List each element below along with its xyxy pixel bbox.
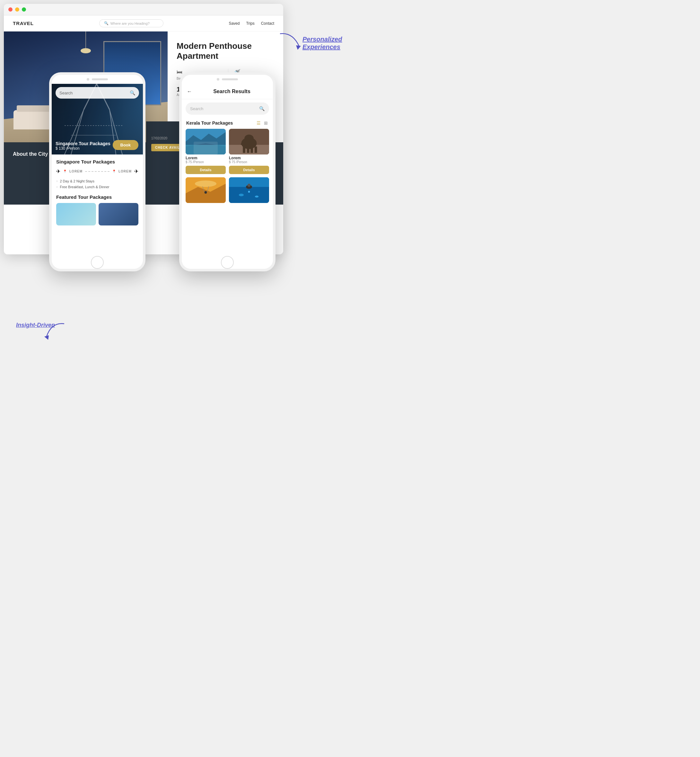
grid-view-button[interactable]: ⊞ — [263, 120, 269, 126]
p1-search-text: Search — [59, 91, 127, 95]
home-button-right[interactable] — [221, 256, 234, 269]
phone-right: ← Search Results Search 🔍 Kerala Tour Pa… — [179, 72, 275, 271]
svg-rect-17 — [243, 147, 245, 153]
book-button[interactable]: Book — [113, 140, 139, 150]
dive-scene-svg — [229, 177, 269, 203]
travel-nav: TRAVEL 🔍 Where are you Heading? Saved Tr… — [4, 16, 283, 31]
list-view-button[interactable]: ☰ — [256, 120, 261, 126]
card-2-name: Lorem — [229, 156, 269, 160]
p2-section-header: Kerala Tour Packages ☰ ⊞ — [182, 118, 273, 129]
tour-hero-image: Search 🔍 Singapore Tour Packages $ 130 /… — [52, 84, 143, 155]
annotation-arrow-right-svg — [277, 31, 303, 56]
svg-rect-18 — [247, 147, 250, 153]
svg-rect-20 — [255, 147, 257, 153]
search-icon: 🔍 — [104, 21, 109, 25]
hero-title: Modern Penthouse Apartment — [177, 41, 274, 61]
maximize-button[interactable] — [22, 7, 26, 12]
annotation-arrow-left-svg — [42, 321, 67, 346]
nav-search-input[interactable]: 🔍 Where are you Heading? — [99, 19, 163, 27]
p1-search-icon: 🔍 — [130, 90, 135, 95]
svg-point-23 — [195, 180, 216, 187]
nav-contact[interactable]: Contact — [261, 21, 274, 26]
p1-search-bar[interactable]: Search 🔍 — [56, 87, 139, 99]
feature-item-1: 2 Day & 2 Night Stays — [56, 178, 138, 184]
elephant-scene-svg — [229, 129, 269, 155]
svg-point-31 — [248, 191, 250, 193]
p2-search-icon: 🔍 — [259, 106, 265, 111]
tour-card-1-image — [186, 129, 226, 155]
p2-search-placeholder: Search — [190, 106, 256, 111]
svg-point-30 — [255, 196, 259, 197]
featured-card-1[interactable] — [56, 203, 96, 225]
tour-card-2-image — [229, 129, 269, 155]
p1-to-label: LOREM — [119, 170, 132, 173]
minimize-button[interactable] — [15, 7, 19, 12]
p1-from-label: LOREM — [69, 170, 83, 173]
card-1-price: $ 75 /Person — [186, 160, 226, 164]
p1-route: ✈ 📍 LOREM 📍 LOREM ✈ — [56, 168, 138, 174]
phone-left-screen: Search 🔍 Singapore Tour Packages $ 130 /… — [52, 84, 143, 256]
svg-rect-12 — [186, 145, 226, 155]
card-2-price: $ 75 /Person — [229, 160, 269, 164]
plane-depart-icon: ✈ — [56, 168, 60, 174]
p2-bottom-cards — [182, 174, 273, 203]
plane-arrive-icon: ✈ — [134, 168, 138, 174]
svg-point-33 — [248, 184, 251, 187]
ceiling-light — [85, 31, 86, 51]
p1-features-list: 2 Day & 2 Night Stays Free Breakfast, Lu… — [56, 178, 138, 190]
feature-item-2: Free Breakfast, Lunch & Dinner — [56, 184, 138, 190]
bottom-card-1[interactable] — [186, 177, 226, 203]
phone-right-home-bar — [182, 256, 273, 269]
phone-left: Search 🔍 Singapore Tour Packages $ 130 /… — [49, 72, 145, 271]
tour-card-1: Lorem $ 75 /Person Details — [186, 129, 226, 174]
p2-header: ← Search Results — [182, 84, 273, 99]
personalized-annotation: Personalized Experiences — [303, 35, 344, 51]
nav-saved[interactable]: Saved — [229, 21, 239, 26]
svg-marker-35 — [44, 335, 49, 340]
paraglide-scene-svg — [186, 177, 226, 203]
featured-title: Featured Tour Packages — [56, 194, 138, 200]
svg-point-26 — [205, 191, 207, 194]
speaker — [92, 78, 108, 80]
nav-trips[interactable]: Trips — [246, 21, 254, 26]
route-line — [85, 171, 109, 172]
phone-notch — [52, 75, 143, 84]
travel-logo: TRAVEL — [13, 20, 34, 26]
phone-home-bar — [52, 256, 143, 269]
p1-tour-title: Singapore Tour Packages — [56, 159, 138, 164]
nav-search-area: 🔍 Where are you Heading? — [34, 19, 229, 27]
p1-tour-content: Singapore Tour Packages ✈ 📍 LOREM 📍 LORE… — [52, 155, 143, 230]
tour-card-2: Lorem $ 75 /Person Details — [229, 129, 269, 174]
p2-cards-grid: Lorem $ 75 /Person Details — [182, 129, 273, 174]
view-toggles: ☰ ⊞ — [256, 120, 269, 126]
front-camera — [87, 78, 89, 81]
browser-titlebar — [4, 4, 283, 16]
about-title: About the City — [13, 151, 48, 157]
svg-rect-19 — [250, 147, 253, 153]
card-1-name: Lorem — [186, 156, 226, 160]
speaker-right — [222, 78, 238, 80]
front-camera-right — [217, 78, 219, 81]
nav-links: Saved Trips Contact — [229, 21, 274, 26]
bottom-card-2[interactable] — [229, 177, 269, 203]
back-button[interactable]: ← — [187, 89, 192, 94]
svg-point-29 — [239, 194, 244, 196]
phone-right-screen: ← Search Results Search 🔍 Kerala Tour Pa… — [182, 84, 273, 256]
home-button[interactable] — [91, 256, 104, 269]
featured-card-2[interactable] — [98, 203, 138, 225]
phone-right-notch — [182, 75, 273, 84]
lake-scene-svg — [186, 129, 226, 155]
p2-search-bar[interactable]: Search 🔍 — [186, 102, 269, 115]
featured-tour-grid — [56, 203, 138, 225]
close-button[interactable] — [8, 7, 12, 12]
svg-marker-34 — [296, 45, 301, 50]
kerala-title: Kerala Tour Packages — [186, 120, 233, 125]
about-content: About the City — [13, 151, 48, 157]
search-results-title: Search Results — [196, 89, 268, 94]
search-placeholder-text: Where are you Heading? — [111, 22, 150, 25]
details-button-2[interactable]: Details — [229, 166, 269, 174]
details-button-1[interactable]: Details — [186, 166, 226, 174]
